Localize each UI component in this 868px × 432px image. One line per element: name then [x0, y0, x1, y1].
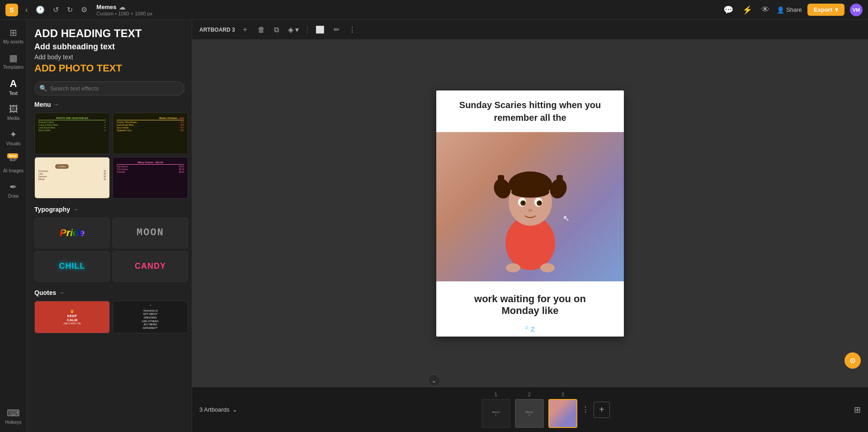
hotkeys-icon: ⌨ — [7, 408, 20, 418]
template-card-pride[interactable]: Pride — [34, 218, 110, 248]
sidebar-label-visuals: Visuals — [6, 141, 20, 146]
duplicate-button[interactable]: ⧉ — [271, 24, 282, 36]
app-logo: S — [5, 4, 18, 16]
sidebar-label-hotkeys: Hotkeys — [5, 420, 21, 425]
draw-icon: ✒ — [9, 181, 17, 192]
templates-scroll-area: Menu → FRUITS AND VEGETABLES Roasted Chi… — [27, 97, 192, 432]
svg-point-16 — [506, 263, 520, 272]
add-artboard-thumbnail-button[interactable]: + — [594, 402, 610, 418]
sidebar-item-ai-images[interactable]: ✏ New AI Images — [1, 151, 26, 177]
template-card-menu-coffee[interactable]: Coffee Americano1$ Latte1$ Espresso1$ Mo… — [34, 157, 110, 199]
artboard-toolbar: ARTBOARD 3 ＋ 🗑 ⧉ ◈ ▾ ⬜ ✏ ⋮ — [192, 20, 868, 40]
sidebar-label-text: Text — [9, 91, 17, 96]
preview-icon-button[interactable]: 👁 — [760, 3, 771, 16]
moon-text: MOON — [137, 227, 164, 238]
quotes-section-header[interactable]: Quotes → — [34, 289, 188, 296]
thumb-num-2: 2 — [528, 392, 531, 397]
template-card-menu-cocktail[interactable]: Mikey Schols - $10.00 Ray Returns$9.00 T… — [113, 157, 188, 199]
sidebar-label-ai-images: AI Images — [3, 168, 24, 173]
quotes-arrow-icon: → — [59, 290, 64, 296]
svg-point-8 — [511, 187, 549, 198]
sidebar-item-media[interactable]: 🖼 Media — [1, 100, 26, 124]
document-title: Memes ☁ — [96, 4, 152, 11]
meme-top-text: Sunday Scaries hitting when you remember… — [436, 90, 624, 132]
toolbar-separator-1 — [307, 25, 307, 34]
delete-button[interactable]: 🗑 — [255, 24, 268, 36]
collapse-bottom-button[interactable]: ⌄ — [428, 374, 440, 387]
sidebar-item-draw[interactable]: ✒ Draw — [1, 178, 26, 202]
add-heading-text[interactable]: ADD HEADING TEXT — [34, 27, 184, 40]
chat-icon-button[interactable]: 💬 — [722, 3, 735, 17]
typography-arrow-icon: → — [73, 206, 78, 213]
artboard-thumb-1-preview[interactable]: Meme1 — [481, 399, 510, 428]
svg-point-15 — [528, 209, 533, 212]
svg-rect-6 — [557, 175, 563, 189]
artboard-thumb-1: 1 Meme1 — [481, 392, 510, 428]
user-avatar: VM — [850, 4, 863, 16]
menu-section: Menu → FRUITS AND VEGETABLES Roasted Chi… — [34, 101, 188, 199]
settings-button[interactable]: ⚙ — [78, 4, 90, 16]
artboard-thumb-3: 3 — [548, 392, 577, 428]
add-photo-text[interactable]: ADD PHOTO TEXT — [34, 62, 184, 74]
artboard-thumb-3-preview[interactable] — [548, 399, 577, 428]
template-card-menu-yellow[interactable]: Butter Chicken... $10 Chicken Tikka Masa… — [113, 113, 188, 154]
text-options: ADD HEADING TEXT Add subheading text Add… — [27, 20, 192, 78]
share-button[interactable]: 👤 Share — [777, 6, 802, 14]
topbar-title-area: Memes ☁ Custom • 1080 × 1080 px — [96, 4, 152, 16]
artboard-thumb-menu-button[interactable]: ⋮ — [582, 405, 589, 414]
redo-button[interactable]: ↻ — [64, 4, 75, 16]
artboards-count-label[interactable]: 3 Artboards ⌄ — [199, 406, 237, 413]
sidebar-item-text[interactable]: A Text — [1, 74, 26, 100]
artboard-thumb-2-preview[interactable]: Meme2 — [515, 399, 544, 428]
search-input[interactable] — [34, 81, 184, 95]
add-subheading-text[interactable]: Add subheading text — [34, 42, 184, 52]
sidebar-item-visuals[interactable]: ✦ Visuals — [1, 125, 26, 150]
typography-section-header[interactable]: Typography → — [34, 206, 188, 213]
sidebar-label-templates: Templates — [3, 65, 24, 70]
sidebar-item-templates[interactable]: ▦ Templates — [1, 49, 26, 73]
artboard-thumb-2: 2 Meme2 — [515, 392, 544, 428]
typography-section: Typography → Pride MOON CHILL CANDY — [34, 206, 188, 282]
canvas-area: ARTBOARD 3 ＋ 🗑 ⧉ ◈ ▾ ⬜ ✏ ⋮ Sunday Scarie… — [192, 20, 868, 432]
template-card-menu-green[interactable]: FRUITS AND VEGETABLES Roasted Chicken•• … — [34, 113, 110, 154]
right-float-area: ⚙ — [844, 352, 861, 369]
svg-rect-4 — [498, 175, 504, 189]
template-card-chill[interactable]: CHILL — [34, 251, 110, 282]
artboard-thumbnails: 1 Meme1 2 Meme2 — [481, 392, 610, 428]
visuals-icon: ✦ — [9, 129, 17, 140]
add-body-text[interactable]: Add body text — [34, 53, 184, 61]
sidebar-label-media: Media — [7, 116, 19, 121]
template-card-keep-calm[interactable]: ♛ KEEP CALM AND CARRY ON — [34, 301, 110, 333]
template-card-fashion-quote[interactable]: " "FASHION ISNOT ABOUTDRESSINGLIKE OTHER… — [113, 301, 188, 333]
effects-button[interactable]: ◈ ▾ — [285, 24, 302, 36]
topbar-nav: ‹ 🕐 ↺ ↻ ⚙ — [23, 4, 90, 16]
pride-text: Pride — [60, 227, 85, 239]
chevron-down-icon: ⌄ — [431, 377, 437, 384]
cloud-icon: ☁ — [119, 4, 125, 11]
template-card-moon[interactable]: MOON — [113, 218, 188, 248]
sidebar-item-my-assets[interactable]: ⊞ My assets — [1, 24, 26, 48]
back-button[interactable]: ‹ — [23, 4, 30, 16]
canvas-wrapper[interactable]: Sunday Scaries hitting when you remember… — [192, 40, 868, 387]
menu-section-header[interactable]: Menu → — [34, 101, 188, 108]
transform-button[interactable]: ⬜ — [313, 24, 327, 36]
export-button[interactable]: Export ▾ — [807, 4, 844, 16]
artboards-chevron-icon: ⌄ — [232, 406, 237, 413]
new-badge: New — [7, 153, 18, 158]
sidebar-item-hotkeys[interactable]: ⌨ Hotkeys — [1, 404, 26, 428]
template-card-candy[interactable]: CANDY — [113, 251, 188, 282]
history-button[interactable]: 🕐 — [33, 4, 47, 16]
grid-layout-button[interactable]: ⊞ — [854, 405, 861, 415]
sidebar-label-my-assets: My assets — [3, 39, 24, 44]
svg-point-17 — [540, 263, 555, 272]
draw-mode-button[interactable]: ✏ — [331, 24, 342, 36]
meme-bottom-area: work waiting for you on Monday like ᶻ z — [436, 281, 624, 337]
meme-image: ↖ — [436, 132, 624, 281]
add-artboard-button[interactable]: ＋ — [239, 23, 251, 36]
settings-float-button[interactable]: ⚙ — [844, 352, 861, 369]
undo-button[interactable]: ↺ — [50, 4, 61, 16]
meme-bottom-text: work waiting for you on Monday like — [447, 287, 613, 323]
main-area: ⊞ My assets ▦ Templates A Text 🖼 Media ✦… — [0, 20, 868, 432]
lightning-icon-button[interactable]: ⚡ — [741, 3, 754, 17]
more-options-button[interactable]: ⋮ — [346, 24, 359, 36]
